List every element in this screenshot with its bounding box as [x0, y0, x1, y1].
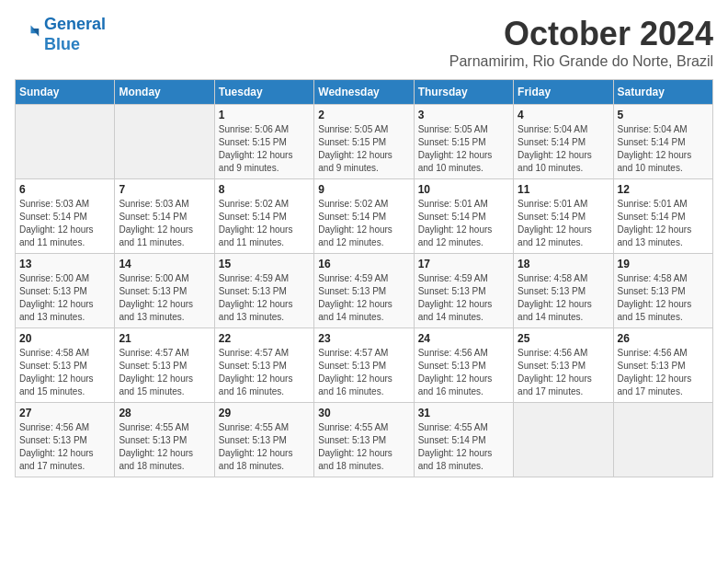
- day-info: Sunrise: 4:59 AM Sunset: 5:13 PM Dayligh…: [219, 272, 310, 324]
- day-header-friday: Friday: [514, 80, 613, 105]
- day-number: 2: [318, 109, 409, 121]
- calendar-cell: 25Sunrise: 4:56 AM Sunset: 5:13 PM Dayli…: [514, 328, 613, 403]
- calendar-week-5: 27Sunrise: 4:56 AM Sunset: 5:13 PM Dayli…: [16, 403, 713, 477]
- day-number: 16: [318, 258, 409, 270]
- day-info: Sunrise: 5:05 AM Sunset: 5:15 PM Dayligh…: [318, 123, 409, 175]
- day-number: 30: [318, 407, 409, 419]
- calendar-cell: 6Sunrise: 5:03 AM Sunset: 5:14 PM Daylig…: [16, 179, 115, 254]
- day-number: 24: [418, 332, 509, 345]
- day-header-saturday: Saturday: [613, 80, 712, 105]
- day-number: 4: [518, 109, 609, 121]
- calendar-cell: 28Sunrise: 4:55 AM Sunset: 5:13 PM Dayli…: [115, 403, 214, 477]
- calendar-cell: 23Sunrise: 4:57 AM Sunset: 5:13 PM Dayli…: [314, 328, 414, 403]
- calendar-cell: [514, 403, 613, 477]
- calendar-cell: 26Sunrise: 4:56 AM Sunset: 5:13 PM Dayli…: [613, 328, 712, 403]
- day-info: Sunrise: 4:55 AM Sunset: 5:13 PM Dayligh…: [119, 421, 210, 473]
- calendar-cell: 13Sunrise: 5:00 AM Sunset: 5:13 PM Dayli…: [16, 254, 115, 328]
- calendar-cell: 14Sunrise: 5:00 AM Sunset: 5:13 PM Dayli…: [115, 254, 214, 328]
- day-header-sunday: Sunday: [16, 80, 115, 105]
- day-info: Sunrise: 4:58 AM Sunset: 5:13 PM Dayligh…: [19, 347, 110, 398]
- calendar-cell: 30Sunrise: 4:55 AM Sunset: 5:13 PM Dayli…: [314, 403, 414, 477]
- calendar-cell: 4Sunrise: 5:04 AM Sunset: 5:14 PM Daylig…: [514, 105, 613, 179]
- calendar-cell: [613, 403, 712, 477]
- calendar-week-4: 20Sunrise: 4:58 AM Sunset: 5:13 PM Dayli…: [16, 328, 713, 403]
- calendar-week-2: 6Sunrise: 5:03 AM Sunset: 5:14 PM Daylig…: [16, 179, 713, 254]
- day-info: Sunrise: 5:04 AM Sunset: 5:14 PM Dayligh…: [518, 123, 609, 175]
- day-info: Sunrise: 5:05 AM Sunset: 5:15 PM Dayligh…: [418, 123, 509, 175]
- day-info: Sunrise: 4:59 AM Sunset: 5:13 PM Dayligh…: [318, 272, 409, 324]
- day-number: 1: [219, 109, 310, 121]
- day-info: Sunrise: 4:58 AM Sunset: 5:13 PM Dayligh…: [618, 272, 709, 324]
- day-number: 31: [418, 407, 509, 419]
- day-info: Sunrise: 4:57 AM Sunset: 5:13 PM Dayligh…: [219, 347, 310, 398]
- day-number: 9: [318, 183, 409, 196]
- month-title: October 2024: [449, 15, 713, 53]
- day-info: Sunrise: 4:55 AM Sunset: 5:13 PM Dayligh…: [219, 421, 310, 473]
- calendar-cell: 31Sunrise: 4:55 AM Sunset: 5:14 PM Dayli…: [414, 403, 513, 477]
- logo: General Blue: [15, 15, 106, 54]
- day-number: 17: [418, 258, 509, 270]
- calendar-cell: [16, 105, 115, 179]
- day-info: Sunrise: 5:01 AM Sunset: 5:14 PM Dayligh…: [618, 198, 709, 249]
- day-number: 5: [618, 109, 709, 121]
- calendar-cell: 7Sunrise: 5:03 AM Sunset: 5:14 PM Daylig…: [115, 179, 214, 254]
- calendar-cell: 15Sunrise: 4:59 AM Sunset: 5:13 PM Dayli…: [214, 254, 313, 328]
- day-info: Sunrise: 5:02 AM Sunset: 5:14 PM Dayligh…: [219, 198, 310, 249]
- calendar-cell: 11Sunrise: 5:01 AM Sunset: 5:14 PM Dayli…: [514, 179, 613, 254]
- calendar-week-3: 13Sunrise: 5:00 AM Sunset: 5:13 PM Dayli…: [16, 254, 713, 328]
- logo-text: General Blue: [44, 15, 106, 54]
- day-number: 21: [119, 332, 210, 345]
- calendar-cell: 12Sunrise: 5:01 AM Sunset: 5:14 PM Dayli…: [613, 179, 712, 254]
- calendar-cell: 1Sunrise: 5:06 AM Sunset: 5:15 PM Daylig…: [214, 105, 313, 179]
- day-number: 6: [19, 183, 110, 196]
- calendar-header-row: SundayMondayTuesdayWednesdayThursdayFrid…: [16, 80, 713, 105]
- day-number: 7: [119, 183, 210, 196]
- day-info: Sunrise: 5:04 AM Sunset: 5:14 PM Dayligh…: [618, 123, 709, 175]
- day-number: 11: [518, 183, 609, 196]
- day-info: Sunrise: 4:56 AM Sunset: 5:13 PM Dayligh…: [618, 347, 709, 398]
- calendar-cell: 22Sunrise: 4:57 AM Sunset: 5:13 PM Dayli…: [214, 328, 313, 403]
- day-header-thursday: Thursday: [414, 80, 513, 105]
- day-number: 15: [219, 258, 310, 270]
- day-header-tuesday: Tuesday: [214, 80, 313, 105]
- day-number: 3: [418, 109, 509, 121]
- calendar-table: SundayMondayTuesdayWednesdayThursdayFrid…: [15, 79, 713, 477]
- calendar-cell: 19Sunrise: 4:58 AM Sunset: 5:13 PM Dayli…: [613, 254, 712, 328]
- calendar-cell: 29Sunrise: 4:55 AM Sunset: 5:13 PM Dayli…: [214, 403, 313, 477]
- calendar-cell: 24Sunrise: 4:56 AM Sunset: 5:13 PM Dayli…: [414, 328, 513, 403]
- calendar-cell: 5Sunrise: 5:04 AM Sunset: 5:14 PM Daylig…: [613, 105, 712, 179]
- day-info: Sunrise: 5:02 AM Sunset: 5:14 PM Dayligh…: [318, 198, 409, 249]
- day-number: 12: [618, 183, 709, 196]
- calendar-cell: 3Sunrise: 5:05 AM Sunset: 5:15 PM Daylig…: [414, 105, 513, 179]
- title-area: October 2024 Parnamirim, Rio Grande do N…: [449, 15, 713, 70]
- day-number: 26: [618, 332, 709, 345]
- calendar-cell: 10Sunrise: 5:01 AM Sunset: 5:14 PM Dayli…: [414, 179, 513, 254]
- day-number: 13: [19, 258, 110, 270]
- day-number: 28: [119, 407, 210, 419]
- day-info: Sunrise: 5:00 AM Sunset: 5:13 PM Dayligh…: [119, 272, 210, 324]
- calendar-cell: 16Sunrise: 4:59 AM Sunset: 5:13 PM Dayli…: [314, 254, 414, 328]
- day-info: Sunrise: 4:58 AM Sunset: 5:13 PM Dayligh…: [518, 272, 609, 324]
- day-number: 22: [219, 332, 310, 345]
- calendar-cell: 21Sunrise: 4:57 AM Sunset: 5:13 PM Dayli…: [115, 328, 214, 403]
- day-header-monday: Monday: [115, 80, 214, 105]
- day-info: Sunrise: 4:57 AM Sunset: 5:13 PM Dayligh…: [119, 347, 210, 398]
- day-info: Sunrise: 5:01 AM Sunset: 5:14 PM Dayligh…: [418, 198, 509, 249]
- day-info: Sunrise: 4:55 AM Sunset: 5:13 PM Dayligh…: [318, 421, 409, 473]
- day-info: Sunrise: 5:03 AM Sunset: 5:14 PM Dayligh…: [19, 198, 110, 249]
- location-title: Parnamirim, Rio Grande do Norte, Brazil: [449, 53, 713, 70]
- day-info: Sunrise: 5:01 AM Sunset: 5:14 PM Dayligh…: [518, 198, 609, 249]
- day-info: Sunrise: 4:55 AM Sunset: 5:14 PM Dayligh…: [418, 421, 509, 473]
- day-info: Sunrise: 4:57 AM Sunset: 5:13 PM Dayligh…: [318, 347, 409, 398]
- day-info: Sunrise: 4:59 AM Sunset: 5:13 PM Dayligh…: [418, 272, 509, 324]
- day-number: 20: [19, 332, 110, 345]
- calendar-cell: 18Sunrise: 4:58 AM Sunset: 5:13 PM Dayli…: [514, 254, 613, 328]
- day-header-wednesday: Wednesday: [314, 80, 414, 105]
- day-number: 10: [418, 183, 509, 196]
- day-info: Sunrise: 5:03 AM Sunset: 5:14 PM Dayligh…: [119, 198, 210, 249]
- header: General Blue October 2024 Parnamirim, Ri…: [15, 15, 713, 70]
- day-info: Sunrise: 4:56 AM Sunset: 5:13 PM Dayligh…: [418, 347, 509, 398]
- day-info: Sunrise: 5:00 AM Sunset: 5:13 PM Dayligh…: [19, 272, 110, 324]
- logo-line2: Blue: [44, 35, 80, 53]
- logo-line1: General: [44, 15, 106, 33]
